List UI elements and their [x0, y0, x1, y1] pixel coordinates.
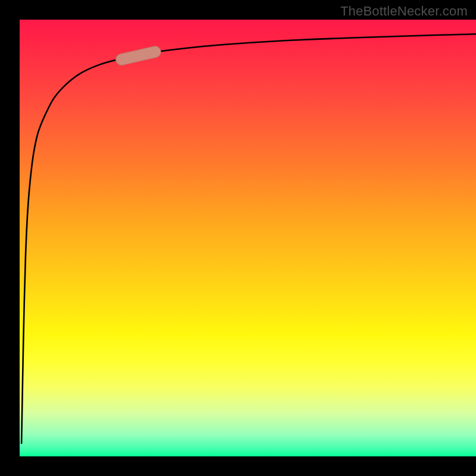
highlight-pill	[115, 45, 162, 67]
chart-frame: TheBottleNecker.com	[0, 0, 476, 476]
watermark-text: TheBottleNecker.com	[340, 4, 468, 19]
highlight-segment	[115, 45, 162, 67]
curve-layer	[20, 20, 476, 456]
bottleneck-curve-path	[21, 34, 476, 443]
plot-area	[20, 20, 476, 456]
